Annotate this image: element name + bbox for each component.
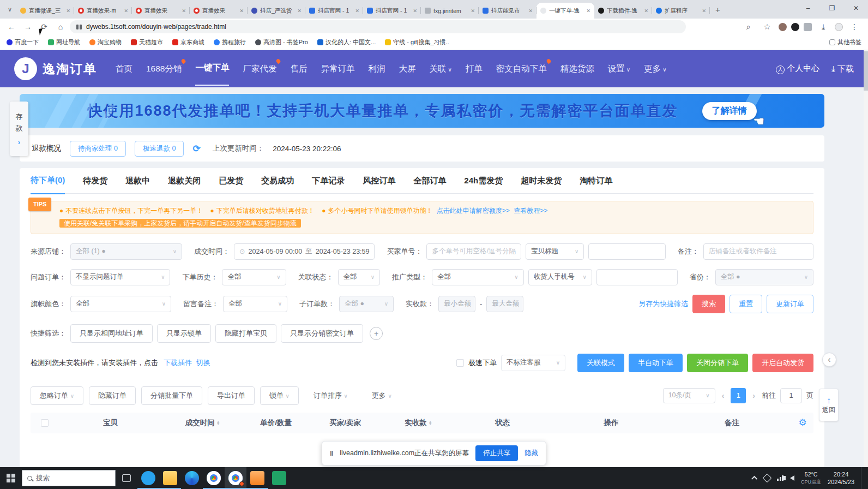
browser-tab[interactable]: 直播效果✕ (132, 3, 190, 19)
back-to-top-button[interactable]: ↑ 返回 (819, 389, 839, 421)
relation-mode-button[interactable]: 关联模式 (577, 354, 624, 372)
next-page-icon[interactable]: › (750, 391, 757, 400)
fast-order-checkbox[interactable] (456, 359, 464, 367)
nav-item-print-order[interactable]: 打单 (466, 52, 483, 86)
taskbar-app-chrome-profile2[interactable] (225, 467, 246, 489)
tab-shipped[interactable]: 已发货 (219, 168, 243, 194)
browser-tab[interactable]: fxg.jinritem✕ (421, 3, 479, 19)
tab-pending-order[interactable]: 待下单(0) (31, 168, 65, 194)
more-actions-button[interactable]: 更多 ∨ (363, 386, 401, 405)
browser-tab[interactable]: 抖店能见市✕ (479, 3, 537, 19)
save-quick-filter-link[interactable]: 另存为快捷筛选 (638, 299, 688, 309)
task-view-button[interactable] (116, 467, 137, 489)
taskbar-app-green[interactable] (268, 467, 290, 489)
bookmark-item[interactable]: 高清图 - 书签Pro (255, 38, 308, 46)
user-center-link[interactable]: 人个人中心 (776, 63, 819, 74)
relation-status-select[interactable]: 全部∨ (338, 269, 380, 285)
nav-item-more[interactable]: 更多∨ (644, 52, 666, 86)
extensions-puzzle-icon[interactable] (804, 23, 812, 31)
nav-item-aftersale[interactable]: 售后 (290, 52, 307, 86)
semi-auto-order-button[interactable]: 半自动下单 (629, 354, 683, 372)
browser-tab[interactable]: 抖店_严选货✕ (248, 3, 305, 19)
flag-color-select[interactable]: 全部∨ (70, 296, 171, 312)
hide-share-bar-link[interactable]: 隐藏 (525, 449, 538, 458)
sort-icon[interactable]: ▲▼ (216, 421, 220, 425)
extension-monkey-icon[interactable] (779, 23, 787, 31)
zoom-icon[interactable]: ⌕ (742, 20, 756, 33)
tab-close-icon[interactable]: ✕ (182, 8, 186, 14)
collapse-panel-button[interactable]: ‹ (822, 353, 836, 367)
nav-item-factory-dropship[interactable]: 厂家代发 (243, 52, 276, 86)
receiver-phone-input[interactable] (596, 269, 678, 285)
tray-expand-caret-icon[interactable] (751, 476, 757, 482)
taskbar-app-explorer[interactable] (159, 467, 181, 489)
nav-item-selected-sources[interactable]: 精选货源 (560, 52, 594, 86)
bookmark-star-icon[interactable]: ☆ (760, 20, 774, 33)
quick-same-address-button[interactable]: 只显示相同地址订单 (70, 324, 153, 343)
page-size-select[interactable]: 10条/页∨ (663, 388, 715, 403)
nav-item-abnormal-orders[interactable]: 异常订单 (321, 52, 354, 86)
bookmark-item[interactable]: 天猫超市 (131, 38, 163, 46)
taskbar-clock[interactable]: 20:242024/5/23 (828, 470, 854, 486)
browser-tab[interactable]: 抖店官网 - 1✕ (363, 3, 421, 19)
taskbar-app-edge[interactable] (181, 467, 203, 489)
message-remark-select[interactable]: 全部∨ (223, 296, 287, 312)
tab-close-icon[interactable]: ✕ (413, 8, 418, 14)
tab-close-icon[interactable]: ✕ (529, 8, 533, 14)
apply-decrypt-quota-link[interactable]: 点击此处申请解密额度>> (437, 207, 510, 214)
deal-time-range-input[interactable]: ⊙2024-05-09 00:00至2024-05-23 23:59 (234, 243, 375, 260)
nav-item-settings[interactable]: 设置∨ (608, 52, 630, 86)
remark-input[interactable]: 店铺备注或者软件备注 (703, 243, 813, 260)
scrollbar-thumb[interactable] (864, 51, 868, 91)
tab-risk-orders[interactable]: 风控订单 (363, 168, 395, 194)
update-orders-button[interactable]: 更新订单 (767, 295, 813, 313)
goto-page-input[interactable]: 1 (780, 388, 802, 403)
close-button[interactable]: ✕ (844, 4, 868, 12)
tab-overdue-unshipped[interactable]: 超时未发货 (521, 168, 562, 194)
minimize-button[interactable]: – (796, 4, 820, 12)
site-info-icon[interactable] (76, 25, 82, 29)
source-shop-select[interactable]: 全部 (1) ●∨ (70, 243, 182, 260)
bookmark-item[interactable]: 汉化的人: 中国文... (317, 38, 376, 46)
promo-type-select[interactable]: 全部∨ (432, 269, 524, 285)
nav-item-1688-fenxiao[interactable]: 1688分销 (146, 52, 182, 86)
tab-close-icon[interactable]: ✕ (355, 8, 360, 14)
tab-to-ship[interactable]: 待发货 (83, 168, 107, 194)
browser-tab-active[interactable]: 一键下单-逸✕ (537, 3, 594, 19)
bookmark-item[interactable]: 网址导航 (48, 38, 80, 46)
suborder-count-select[interactable]: 全部 ●∨ (339, 296, 394, 312)
tab-taote-orders[interactable]: 淘特订单 (580, 168, 612, 194)
network-icon[interactable] (777, 475, 783, 481)
tab-order-records[interactable]: 下单记录 (312, 168, 345, 194)
column-settings-gear-icon[interactable]: ⚙ (792, 417, 813, 428)
taskbar-app-messenger[interactable] (137, 467, 159, 489)
restore-button[interactable]: ❐ (820, 4, 844, 12)
tab-close-icon[interactable]: ✕ (587, 8, 591, 14)
bookmark-item[interactable]: 守线 - gif|搜集_习惯.. (385, 38, 449, 46)
browser-tab[interactable]: 直播效果-m✕ (74, 3, 132, 19)
banner-detail-button[interactable]: 了解详情☚ (702, 102, 757, 120)
tab-close-icon[interactable]: ✕ (240, 8, 244, 14)
taskbar-search-input[interactable]: 搜索 (22, 470, 116, 486)
tab-close-icon[interactable]: ✕ (471, 8, 475, 14)
browser-tab[interactable]: 下载插件-逸✕ (594, 3, 652, 19)
paid-min-input[interactable]: 最小金额 (438, 296, 475, 312)
bookmark-item[interactable]: 淘宝购物 (89, 38, 122, 46)
auto-ship-button[interactable]: 开启自动发货 (752, 354, 813, 372)
profile-avatar[interactable] (835, 23, 843, 31)
switch-link[interactable]: 切换 (196, 358, 210, 368)
quick-cipher-only-button[interactable]: 只显示分销密文订单 (281, 324, 363, 343)
select-all-checkbox[interactable] (41, 419, 49, 427)
bookmark-item[interactable]: 百度一下 (7, 38, 39, 46)
tab-24h-ship[interactable]: 24h需发货 (464, 168, 503, 194)
nav-item-home[interactable]: 首页 (116, 52, 132, 86)
order-history-select[interactable]: 全部∨ (222, 269, 286, 285)
refresh-icon[interactable]: ⟳ (192, 143, 200, 154)
menu-kebab-icon[interactable]: ⋮ (847, 20, 861, 33)
col-deal-time[interactable]: 成交时间▲▼ (162, 418, 243, 428)
browser-scrollbar[interactable] (864, 50, 868, 467)
buyer-no-input[interactable]: 多个单号可用空格/逗号分隔 (426, 243, 521, 260)
ignore-order-button[interactable]: 忽略订单 ∨ (31, 386, 83, 405)
tab-refund-closed[interactable]: 退款关闭 (168, 168, 201, 194)
reset-button[interactable]: 重置 (730, 295, 762, 313)
